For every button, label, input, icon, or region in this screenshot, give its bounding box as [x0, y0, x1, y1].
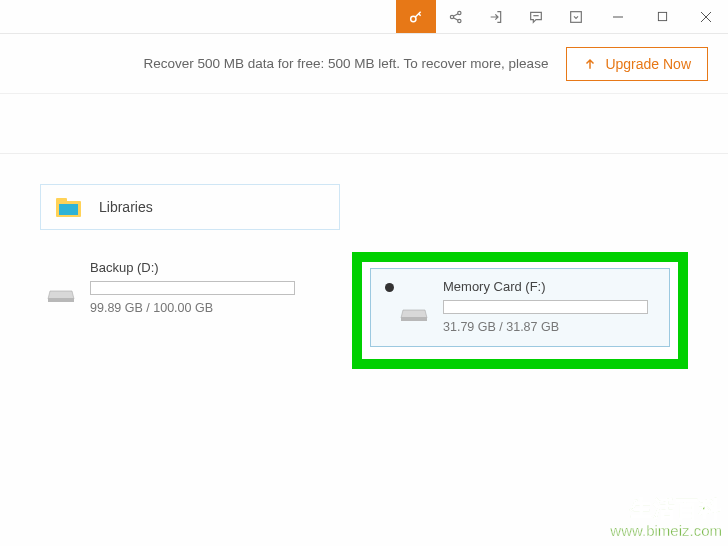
key-icon: [408, 9, 424, 25]
spacer: [0, 94, 728, 154]
upgrade-button-label: Upgrade Now: [605, 56, 691, 72]
svg-rect-10: [401, 317, 427, 321]
drive-backup[interactable]: Backup (D:) 99.89 GB / 100.00 GB: [40, 252, 312, 323]
import-button[interactable]: [476, 0, 516, 33]
drive-size: 31.79 GB / 31.87 GB: [443, 320, 659, 334]
promo-text: Recover 500 MB data for free: 500 MB lef…: [143, 56, 548, 71]
upgrade-button[interactable]: Upgrade Now: [566, 47, 708, 81]
watermark-title: 生活百科: [610, 496, 722, 522]
close-icon: [700, 11, 712, 23]
share-icon: [448, 9, 464, 25]
drives-row: Backup (D:) 99.89 GB / 100.00 GB Memory …: [40, 252, 688, 369]
chevron-down-box-icon: [568, 9, 584, 25]
feedback-button[interactable]: [516, 0, 556, 33]
maximize-icon: [657, 11, 668, 22]
svg-point-0: [411, 16, 416, 21]
disk-icon: [399, 295, 429, 334]
watermark: 生活百科 www.bimeiz.com: [610, 496, 722, 540]
key-button[interactable]: [396, 0, 436, 33]
libraries-icon: [55, 195, 83, 219]
promo-bar: Recover 500 MB data for free: 500 MB lef…: [0, 34, 728, 94]
disk-icon: [46, 276, 76, 315]
highlight-box: Memory Card (F:) 31.79 GB / 31.87 GB: [352, 252, 688, 369]
drive-size: 99.89 GB / 100.00 GB: [90, 301, 306, 315]
svg-rect-4: [571, 11, 582, 22]
libraries-item[interactable]: Libraries: [40, 184, 340, 230]
drive-name: Memory Card (F:): [443, 279, 659, 294]
titlebar: [0, 0, 728, 34]
svg-rect-9: [48, 298, 74, 302]
minimize-icon: [612, 11, 624, 23]
libraries-label: Libraries: [99, 199, 153, 215]
radio-selected-icon: [385, 283, 394, 292]
svg-rect-7: [56, 198, 67, 203]
arrow-up-icon: [583, 57, 597, 71]
drive-progress: [90, 281, 295, 295]
share-button[interactable]: [436, 0, 476, 33]
drive-progress: [443, 300, 648, 314]
svg-rect-8: [59, 204, 78, 215]
drive-info: Memory Card (F:) 31.79 GB / 31.87 GB: [443, 279, 659, 334]
chat-icon: [528, 9, 544, 25]
close-button[interactable]: [684, 0, 728, 33]
content-area: Libraries Backup (D:) 99.89 GB / 100.00 …: [0, 154, 728, 399]
drive-name: Backup (D:): [90, 260, 306, 275]
svg-rect-5: [658, 12, 666, 20]
watermark-url: www.bimeiz.com: [610, 522, 722, 540]
drive-memory-card[interactable]: Memory Card (F:) 31.79 GB / 31.87 GB: [370, 268, 670, 347]
dropdown-button[interactable]: [556, 0, 596, 33]
drive-info: Backup (D:) 99.89 GB / 100.00 GB: [90, 260, 306, 315]
import-icon: [488, 9, 504, 25]
maximize-button[interactable]: [640, 0, 684, 33]
minimize-button[interactable]: [596, 0, 640, 33]
